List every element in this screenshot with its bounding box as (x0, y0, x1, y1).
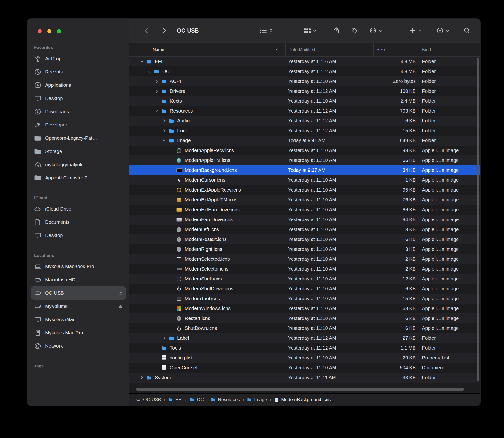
sidebar-item-network[interactable]: Network (31, 339, 126, 353)
disclosure-triangle-icon[interactable] (138, 376, 146, 379)
file-row-kexts[interactable]: KextsYesterday at 11:10 AM2.4 MBFolder (129, 96, 480, 106)
file-size: 29 KB (373, 355, 419, 361)
file-row-modernapplerecv-icns[interactable]: ModernAppleRecv.icnsYesterday at 11:10 A… (129, 145, 480, 155)
file-row-modernright-icns[interactable]: ModernRight.icnsYesterday at 11:10 AM3 K… (129, 244, 480, 254)
new-item-button[interactable] (409, 27, 422, 34)
sidebar-item-applealc-master-2[interactable]: AppleALC-master-2 (31, 171, 126, 185)
file-row-acpi[interactable]: ACPIYesterday at 11:10 AMZero bytesFolde… (129, 76, 480, 86)
chevron-separator-icon: › (243, 397, 244, 402)
path-item-modernbackground-icns[interactable]: ModernBackground.icns (274, 397, 331, 402)
sidebar-item-label: Applications (45, 82, 124, 88)
close-button[interactable] (38, 29, 42, 33)
disclosure-triangle-icon[interactable] (160, 139, 168, 142)
sidebar-item-downloads[interactable]: Downloads (31, 105, 126, 118)
column-header-size[interactable]: Size (373, 43, 419, 56)
file-row-audio[interactable]: AudioYesterday at 11:12 AM6 KBFolder (129, 116, 480, 126)
sidebar-item-mykola-s-mac-pro[interactable]: Mykola’s Mac Pro (31, 326, 126, 339)
eject-icon[interactable] (118, 290, 124, 296)
disclosure-triangle-icon[interactable] (153, 80, 160, 83)
file-row-image[interactable]: ImageToday at 9:41 AM649 KBFolder (129, 136, 480, 145)
view-options-button[interactable] (260, 27, 273, 34)
disclosure-triangle-icon[interactable] (153, 90, 160, 93)
disclosure-triangle-icon[interactable] (153, 99, 160, 103)
column-header-date-modified[interactable]: Date Modified (285, 43, 373, 56)
disclosure-triangle-icon[interactable] (160, 129, 168, 132)
forward-button[interactable] (160, 27, 168, 34)
file-row-modernshutdown-icns[interactable]: ModernShutDown.icnsYesterday at 11:10 AM… (129, 284, 480, 294)
eject-icon[interactable] (118, 304, 124, 309)
file-row-moderntool-icns[interactable]: ModernTool.icnsYesterday at 11:10 AM15 K… (129, 294, 480, 304)
sidebar-item-developer[interactable]: Developer (31, 118, 126, 131)
file-kind: Apple i…n image (419, 326, 480, 331)
sidebar-item-opencore-legacy-pat[interactable]: Opencore-Legacy-Pat… (31, 131, 126, 145)
sidebar-item-desktop[interactable]: Desktop (31, 92, 126, 105)
tags-button[interactable] (351, 27, 358, 34)
file-row-modernselector-icns[interactable]: ModernSelector.icnsYesterday at 11:10 AM… (129, 264, 480, 274)
file-row-drivers[interactable]: DriversYesterday at 11:12 AM100 KBFolder (129, 86, 480, 96)
disclosure-triangle-icon[interactable] (138, 60, 146, 63)
horizontal-scrollbar[interactable] (136, 388, 464, 391)
file-row-opencore-efi[interactable]: OpenCore.efiYesterday at 11:10 AM504 KBD… (129, 363, 480, 373)
search-button[interactable] (463, 27, 471, 34)
file-row-modernwindows-icns[interactable]: ModernWindows.icnsYesterday at 11:10 AM6… (129, 304, 480, 313)
sidebar-item-mykola-s-macbook-pro[interactable]: Mykola’s MacBook Pro (31, 260, 126, 273)
zoom-button[interactable] (57, 29, 61, 33)
file-row-oc[interactable]: OCYesterday at 11:12 AM4.8 MBFolder (129, 66, 480, 76)
path-item-resources[interactable]: Resources (210, 397, 240, 402)
file-row-modernselected-icns[interactable]: ModernSelected.icnsYesterday at 11:10 AM… (129, 254, 480, 264)
sidebar-item-myvolume[interactable]: MyVolume (31, 300, 126, 313)
file-row-modernleft-icns[interactable]: ModernLeft.icnsYesterday at 11:10 AM3 KB… (129, 225, 480, 234)
path-item-oc[interactable]: OC (189, 397, 204, 402)
sidebar-item-macintosh-hd[interactable]: Macintosh HD (31, 273, 126, 286)
account-button[interactable]: M (436, 27, 449, 34)
file-row-tools[interactable]: ToolsYesterday at 11:12 AM1.1 MBFolder (129, 343, 480, 353)
sidebar-item-airdrop[interactable]: AirDrop (31, 52, 126, 65)
sidebar-item-documents[interactable]: Documents (31, 216, 126, 229)
file-date-modified: Yesterday at 11:16 AM (285, 59, 373, 64)
sidebar-item-mykolagrymalyuk[interactable]: mykolagrymalyuk (31, 158, 126, 171)
file-row-modernappletm-icns[interactable]: ModernAppleTM.icnsYesterday at 11:10 AM6… (129, 155, 480, 165)
disclosure-triangle-icon[interactable] (146, 70, 153, 73)
path-item-oc-usb[interactable]: OC-USB (136, 397, 161, 402)
minimize-button[interactable] (47, 29, 51, 33)
sidebar-item-mykola-s-imac[interactable]: Mykola’s iMac (31, 313, 126, 326)
sidebar-item-storage[interactable]: Storage (31, 145, 126, 158)
file-row-resources[interactable]: ResourcesYesterday at 11:12 AM703 KBFold… (129, 106, 480, 116)
disclosure-triangle-icon[interactable] (153, 346, 160, 350)
file-row-modernextapplerecv-icns[interactable]: ModernExtAppleRecv.icnsYesterday at 11:1… (129, 185, 480, 195)
sidebar-item-applications[interactable]: Applications (31, 78, 126, 92)
file-row-modernharddrive-icns[interactable]: ModernHardDrive.icnsYesterday at 11:10 A… (129, 215, 480, 225)
more-actions-button[interactable] (369, 27, 382, 34)
file-size: 98 KB (373, 148, 419, 153)
file-row-modernshell-icns[interactable]: ModernShell.icnsYesterday at 11:10 AM12 … (129, 274, 480, 284)
disclosure-triangle-icon[interactable] (160, 119, 168, 122)
sidebar-item-icloud-drive[interactable]: iCloud Drive (31, 202, 126, 216)
file-row-moderncursor-icns[interactable]: ModernCursor.icnsYesterday at 11:10 AM1 … (129, 175, 480, 185)
file-row-system[interactable]: SystemYesterday at 11:11 AM33 KBFolder (129, 373, 480, 383)
file-row-modernrestart-icns[interactable]: ModernRestart.icnsYesterday at 11:10 AM6… (129, 234, 480, 244)
file-row-modernextappletm-icns[interactable]: ModernExtAppleTM.icnsYesterday at 11:10 … (129, 195, 480, 205)
sidebar-item-desktop[interactable]: Desktop (31, 229, 126, 242)
file-row-shutdown-icns[interactable]: ShutDown.icnsYesterday at 11:10 AM6 KBAp… (129, 323, 480, 333)
vertical-scrollbar[interactable] (477, 58, 479, 381)
file-row-restart-icns[interactable]: Restart.icnsYesterday at 11:10 AM6 KBApp… (129, 313, 480, 323)
disclosure-triangle-icon[interactable] (153, 110, 160, 112)
file-row-label[interactable]: LabelYesterday at 11:12 AM27 KBFolder (129, 333, 480, 343)
back-button[interactable] (143, 27, 150, 34)
column-header-kind[interactable]: Kind (419, 43, 480, 56)
column-header-name[interactable]: Name (129, 43, 285, 56)
disk-icon (136, 397, 141, 402)
sidebar-item-recents[interactable]: Recents (31, 65, 126, 78)
file-row-modernbackground-icns[interactable]: ModernBackground.icnsToday at 9:37 AM34 … (129, 165, 480, 175)
file-row-efi[interactable]: EFIYesterday at 11:16 AM4.8 MBFolder (129, 57, 480, 66)
path-item-efi[interactable]: EFI (168, 397, 183, 402)
sidebar-section-icloud: iCloudiCloud DriveDocumentsDesktop (31, 196, 126, 242)
file-row-font[interactable]: FontYesterday at 11:12 AM15 KBFolder (129, 126, 480, 136)
group-button[interactable] (304, 27, 317, 34)
file-row-config-plist[interactable]: config.plistYesterday at 11:10 AM29 KBPr… (129, 353, 480, 363)
path-item-image[interactable]: Image (247, 397, 267, 402)
share-button[interactable] (332, 27, 340, 34)
sidebar-item-oc-usb[interactable]: OC-USB (31, 286, 126, 300)
file-row-modernextharddrive-icns[interactable]: ModernExtHardDrive.icnsYesterday at 11:1… (129, 205, 480, 215)
disclosure-triangle-icon[interactable] (160, 337, 168, 340)
